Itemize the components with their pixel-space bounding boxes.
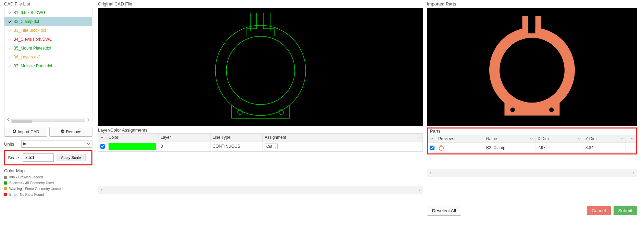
minus-icon (61, 129, 65, 134)
scale-section: Scale Apply Scale (4, 150, 92, 165)
layer-section-title: Layer/Color Assignments (98, 127, 423, 133)
plus-icon (12, 129, 16, 134)
layer-grid: Color Layer Line Type Assignment 3 CONTI… (98, 133, 423, 152)
file-row[interactable]: B3_Title Block.dxf (4, 26, 92, 35)
file-name: B4_Clevis Fork.DWG (13, 37, 52, 42)
svg-point-5 (226, 36, 295, 105)
file-row[interactable]: B5_Mount Plates.dxf (4, 44, 92, 53)
file-row[interactable]: B2_Clamp.dxf (4, 17, 92, 26)
import-cad-button[interactable]: Import CAD (4, 127, 47, 137)
scale-label: Scale (8, 155, 21, 160)
chevron-down-icon[interactable] (100, 136, 104, 139)
colormap-swatch (4, 181, 7, 185)
col-xdim[interactable]: X Dim (538, 136, 549, 141)
colormap-title: Color Map (4, 168, 92, 173)
import-cad-label: Import CAD (18, 130, 39, 134)
layer-row-layer: 3 (159, 141, 211, 151)
units-label: Units (4, 141, 17, 147)
file-list: B1_6.5 x 8 .DWGB2_Clamp.dxfB3_Title Bloc… (4, 8, 92, 124)
remove-button[interactable]: Remove (49, 127, 92, 137)
part-row: B2_Clamp 2.97 3.34 (428, 143, 636, 153)
colormap-label: Warning - Some Geometry Unused (9, 187, 63, 191)
file-name: B6_Layers.dxf (13, 55, 40, 59)
deselect-all-button[interactable]: Deselect All (427, 206, 461, 216)
apply-scale-button[interactable]: Apply Scale (56, 154, 86, 161)
colormap-swatch (4, 193, 7, 196)
scroll-right-icon[interactable]: › (633, 171, 634, 175)
col-name[interactable]: Name (486, 136, 497, 141)
cancel-button[interactable]: Cancel (587, 206, 611, 215)
col-layer[interactable]: Layer (161, 135, 171, 140)
col-linetype[interactable]: Line Type (213, 135, 230, 140)
part-row-ydim: 3.34 (583, 143, 626, 152)
svg-point-2 (215, 25, 306, 116)
layer-row-linetype: CONTINUOUS (211, 141, 263, 151)
check-icon (7, 37, 13, 41)
imported-parts-viewer[interactable] (427, 8, 637, 126)
remove-label: Remove (66, 130, 81, 134)
part-row-xdim: 2.97 (535, 143, 583, 152)
col-color[interactable]: Color (109, 135, 118, 140)
svg-rect-7 (522, 16, 528, 35)
scroll-left-icon[interactable]: ‹ (101, 188, 102, 192)
scroll-left-icon[interactable] (7, 118, 10, 122)
file-row[interactable]: B7_Multiple Parts.dxf (4, 62, 92, 70)
check-icon (7, 46, 13, 50)
col-assignment[interactable]: Assignment (265, 135, 286, 140)
file-name: B3_Title Block.dxf (13, 28, 46, 33)
color-swatch (109, 143, 156, 150)
check-icon (7, 11, 13, 15)
chevron-down-icon[interactable] (430, 137, 433, 140)
svg-point-9 (510, 107, 515, 112)
colormap-label: Success - All Geometry Used (9, 181, 54, 185)
check-icon (7, 19, 13, 24)
assignment-select[interactable]: Cut (265, 144, 278, 149)
part-row-checkbox[interactable] (430, 146, 434, 150)
scroll-right-icon[interactable]: › (419, 188, 420, 192)
layer-row: 3 CONTINUOUS Cut (98, 141, 422, 151)
file-name: B5_Mount Plates.dxf (13, 46, 51, 51)
svg-point-12 (500, 38, 564, 103)
parts-section: Parts Preview Name X Dim Y Dim (427, 127, 637, 154)
col-ydim[interactable]: Y Dim (585, 136, 596, 141)
svg-rect-11 (528, 16, 535, 33)
file-row[interactable]: B6_Layers.dxf (4, 53, 92, 62)
svg-point-10 (549, 107, 554, 112)
scrollbar-track[interactable] (11, 119, 85, 122)
colormap-row: Success - All Geometry Used (4, 181, 92, 185)
colormap-row: Warning - Some Geometry Unused (4, 187, 92, 191)
check-icon (7, 55, 13, 59)
units-select[interactable] (21, 140, 92, 148)
file-name: B2_Clamp.dxf (13, 19, 39, 24)
colormap-swatch (4, 187, 7, 190)
original-cad-title: Original CAD File (98, 1, 423, 6)
colormap-row: Error - No Parts Found (4, 193, 92, 197)
colormap-label: Error - No Parts Found (9, 193, 44, 197)
col-preview[interactable]: Preview (438, 136, 453, 141)
file-list-title: CAD File List (4, 1, 92, 6)
colormap-row: Info - Drawing Loaded (4, 175, 92, 179)
parts-title: Parts (428, 128, 636, 134)
part-preview-icon (438, 145, 444, 150)
submit-button[interactable]: Submit (614, 206, 637, 215)
file-name: B7_Multiple Parts.dxf (13, 64, 52, 68)
check-icon (7, 28, 13, 32)
part-row-name: B2_Clamp (484, 143, 535, 152)
file-name: B1_6.5 x 8 .DWG (13, 10, 45, 15)
original-cad-viewer[interactable] (98, 8, 423, 126)
imported-parts-title: Imported Parts (427, 1, 637, 6)
scroll-left-icon[interactable]: ‹ (430, 171, 431, 175)
check-icon (7, 64, 13, 68)
layer-row-checkbox[interactable] (100, 144, 105, 149)
colormap-label: Info - Drawing Loaded (9, 175, 43, 179)
svg-point-13 (439, 146, 444, 151)
svg-rect-8 (535, 16, 541, 35)
file-row[interactable]: B4_Clevis Fork.DWG (4, 35, 92, 44)
scroll-right-icon[interactable] (87, 118, 90, 122)
scale-input[interactable] (23, 153, 54, 162)
file-row[interactable]: B1_6.5 x 8 .DWG (4, 8, 92, 17)
colormap-swatch (4, 176, 7, 179)
